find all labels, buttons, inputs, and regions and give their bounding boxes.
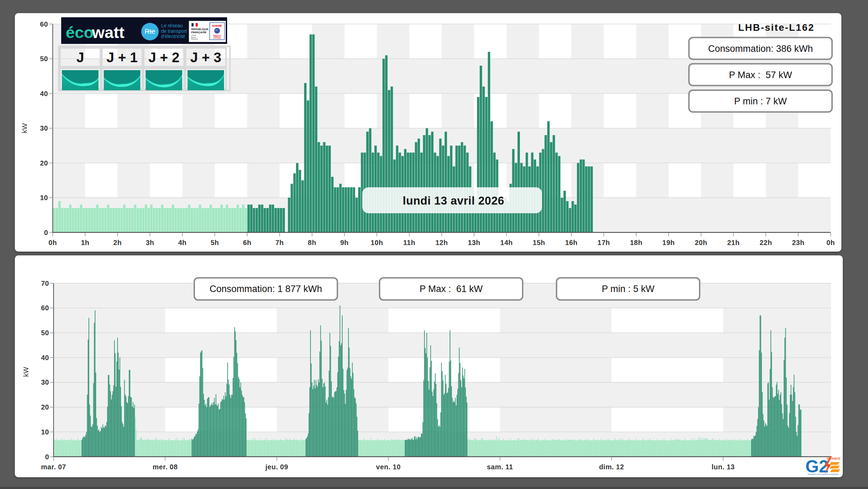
svg-text:7h: 7h <box>276 239 284 246</box>
svg-text:30: 30 <box>41 378 49 386</box>
svg-text:ÉCOLOGIQUE: ÉCOLOGIQUE <box>213 37 221 39</box>
svg-text:FRANCE: FRANCE <box>827 457 840 460</box>
svg-text:0: 0 <box>45 453 49 461</box>
svg-text:watt: watt <box>92 23 124 41</box>
svg-text:10: 10 <box>40 194 48 201</box>
svg-text:ven. 10: ven. 10 <box>376 463 401 471</box>
svg-text:sam. 11: sam. 11 <box>487 463 513 471</box>
svg-text:60: 60 <box>40 20 48 28</box>
svg-text:40: 40 <box>41 354 49 361</box>
svg-text:kW: kW <box>21 123 28 133</box>
svg-text:Consommation: 1 877 kWh: Consommation: 1 877 kWh <box>209 284 322 294</box>
svg-text:Égalité: Égalité <box>191 36 196 38</box>
svg-text:1h: 1h <box>81 239 89 246</box>
svg-text:8h: 8h <box>308 239 316 246</box>
svg-text:mer. 08: mer. 08 <box>153 463 178 471</box>
svg-text:kW: kW <box>22 367 30 377</box>
svg-text:6h: 6h <box>243 239 251 246</box>
svg-text:9h: 9h <box>340 239 348 246</box>
svg-text:21h: 21h <box>727 239 740 246</box>
svg-text:FRANÇAISE: FRANÇAISE <box>191 31 206 34</box>
svg-text:20h: 20h <box>695 239 707 246</box>
svg-text:0: 0 <box>44 229 48 236</box>
svg-text:0h: 0h <box>827 239 835 246</box>
svg-text:22h: 22h <box>759 239 772 246</box>
svg-text:20: 20 <box>40 159 48 167</box>
svg-text:Fraternité: Fraternité <box>191 38 198 40</box>
svg-text:10: 10 <box>41 428 49 436</box>
svg-text:2h: 2h <box>113 239 122 246</box>
svg-text:0h: 0h <box>48 239 57 246</box>
svg-text:5h: 5h <box>211 239 219 246</box>
svg-text:19h: 19h <box>662 239 675 246</box>
svg-text:70: 70 <box>41 280 49 287</box>
svg-text:4h: 4h <box>178 239 186 246</box>
svg-text:mar. 07: mar. 07 <box>41 463 66 471</box>
svg-text:dim. 12: dim. 12 <box>599 463 624 471</box>
svg-text:60: 60 <box>41 304 49 312</box>
svg-text:50: 50 <box>41 329 49 337</box>
svg-text:50: 50 <box>40 55 48 63</box>
svg-text:Consommation: 386 kWh: Consommation: 386 kWh <box>708 44 813 54</box>
svg-text:Le réseau: Le réseau <box>161 23 183 28</box>
svg-text:10h: 10h <box>371 239 383 246</box>
svg-text:P Max : 61 kW: P Max : 61 kW <box>420 284 483 294</box>
svg-text:15h: 15h <box>533 239 545 246</box>
svg-text:lun. 13: lun. 13 <box>712 463 735 471</box>
svg-text:J + 3: J + 3 <box>190 50 221 65</box>
svg-text:20: 20 <box>41 403 49 411</box>
svg-text:3h: 3h <box>146 239 154 246</box>
svg-text:Liberté: Liberté <box>191 35 196 36</box>
svg-text:Optimisation des ressources én: Optimisation des ressources énergétiques <box>808 473 839 475</box>
svg-text:LHB-site-L162: LHB-site-L162 <box>738 22 815 33</box>
svg-text:12h: 12h <box>436 239 448 246</box>
svg-text:d'électricité: d'électricité <box>161 34 185 39</box>
svg-text:P min : 7 kW: P min : 7 kW <box>734 96 787 106</box>
svg-text:40: 40 <box>40 90 48 97</box>
svg-text:18h: 18h <box>630 239 642 246</box>
svg-text:J: J <box>76 50 84 65</box>
svg-text:lundi 13 avril 2026: lundi 13 avril 2026 <box>403 194 504 207</box>
svg-text:P min : 5 kW: P min : 5 kW <box>602 284 655 294</box>
svg-text:jeu. 09: jeu. 09 <box>265 463 288 471</box>
svg-text:17h: 17h <box>598 239 610 246</box>
svg-text:14h: 14h <box>500 239 513 246</box>
svg-text:J + 1: J + 1 <box>106 50 138 65</box>
svg-text:30: 30 <box>40 124 48 132</box>
svg-text:ADEME: ADEME <box>212 24 223 27</box>
svg-text:éco: éco <box>66 23 94 41</box>
svg-text:P Max : 57 kW: P Max : 57 kW <box>729 70 792 80</box>
svg-text:16h: 16h <box>565 239 578 246</box>
svg-text:23h: 23h <box>792 239 804 246</box>
svg-text:RÉPUBLIQUE: RÉPUBLIQUE <box>191 28 208 31</box>
svg-text:13h: 13h <box>468 239 480 246</box>
svg-text:de transport: de transport <box>161 28 187 34</box>
svg-text:J + 2: J + 2 <box>148 50 179 65</box>
svg-text:11h: 11h <box>403 239 416 246</box>
